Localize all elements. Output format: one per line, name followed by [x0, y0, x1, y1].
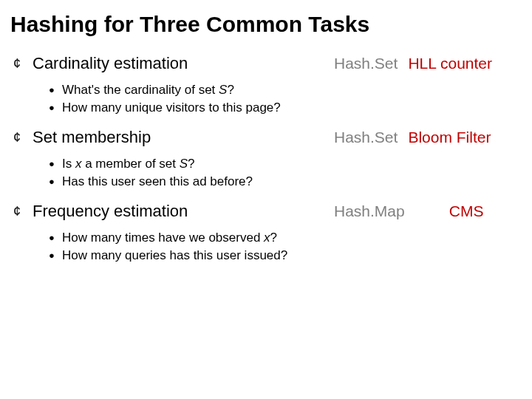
- section-heading: Set membership: [33, 127, 334, 148]
- bullet-icon: ¢: [10, 53, 33, 74]
- list-item: ● How many unique visitors to this page?: [49, 99, 525, 117]
- tags: Hash.Set HLL counter: [334, 53, 525, 72]
- section-heading: Cardinality estimation: [33, 53, 334, 74]
- dot-icon: ●: [49, 155, 62, 173]
- section-cardinality: ¢ Cardinality estimation Hash.Set HLL co…: [10, 53, 525, 78]
- tags: Hash.Set Bloom Filter: [334, 127, 525, 146]
- section-membership: ¢ Set membership Hash.Set Bloom Filter: [10, 127, 525, 152]
- slide: Hashing for Three Common Tasks ¢ Cardina…: [0, 0, 532, 399]
- dot-icon: ●: [49, 229, 62, 247]
- dot-icon: ●: [49, 173, 62, 191]
- dot-icon: ●: [49, 247, 62, 265]
- section-frequency: ¢ Frequency estimation Hash.Map CMS: [10, 201, 525, 226]
- tag-naive: Hash.Set: [334, 129, 398, 146]
- dot-icon: ●: [49, 99, 62, 117]
- tag-sketch: HLL counter: [408, 55, 492, 72]
- list-item: ● How many queries has this user issued?: [49, 247, 525, 265]
- list-item: ● Has this user seen this ad before?: [49, 173, 525, 191]
- tag-naive: Hash.Set: [334, 55, 398, 72]
- section-heading: Frequency estimation: [33, 201, 334, 222]
- tag-naive: Hash.Map: [334, 202, 405, 220]
- content: ¢ Cardinality estimation Hash.Set HLL co…: [10, 53, 525, 275]
- dot-icon: ●: [49, 81, 62, 99]
- page-title: Hashing for Three Common Tasks: [10, 12, 525, 37]
- list-item: ● What's the cardinality of set S?: [49, 81, 525, 99]
- sublist: ● How many times have we observed x? ● H…: [10, 229, 525, 265]
- tag-sketch: CMS: [449, 202, 484, 220]
- tags: Hash.Map CMS: [334, 201, 525, 220]
- sublist: ● What's the cardinality of set S? ● How…: [10, 81, 525, 117]
- list-item: ● How many times have we observed x?: [49, 229, 525, 247]
- list-item: ● Is x a member of set S?: [49, 155, 525, 173]
- tag-sketch: Bloom Filter: [408, 129, 491, 146]
- bullet-icon: ¢: [10, 201, 33, 222]
- bullet-icon: ¢: [10, 127, 33, 148]
- sublist: ● Is x a member of set S? ● Has this use…: [10, 155, 525, 191]
